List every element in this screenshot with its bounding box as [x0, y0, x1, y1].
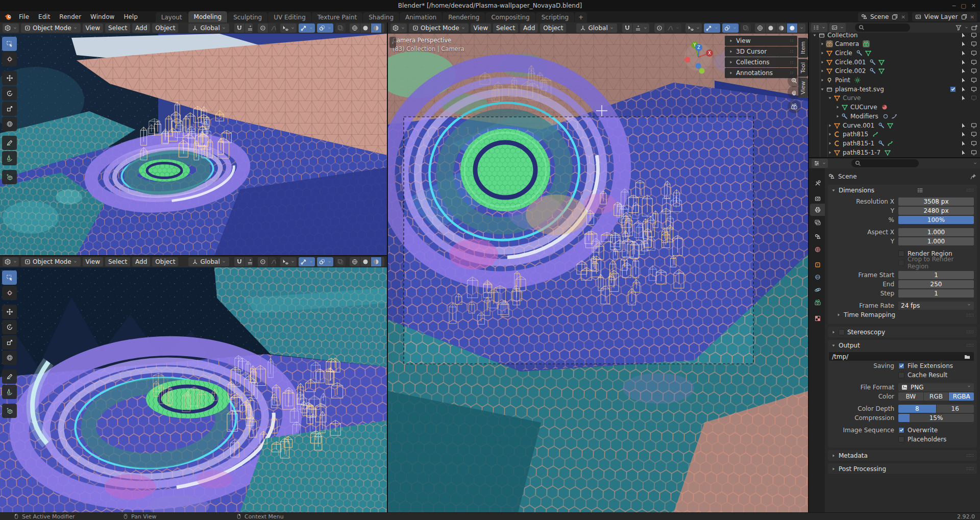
properties-tab-scene[interactable]	[810, 231, 825, 243]
outliner-row-circle[interactable]: Circle	[809, 48, 980, 57]
close-icon[interactable]: ✕	[901, 14, 905, 20]
npanel-section-3d-cursor[interactable]: 3D Cursor∷	[725, 46, 797, 57]
chevron-down-icon[interactable]	[973, 160, 977, 166]
collapse-icon[interactable]	[820, 86, 825, 92]
y-field[interactable]: 2480 px	[898, 207, 974, 215]
frame-rate-select[interactable]: 24 fps	[898, 302, 974, 310]
option-bw[interactable]: BW	[898, 392, 923, 401]
viewport-visibility-icon[interactable]	[970, 40, 977, 47]
viewport-3d-top-left[interactable]: Object ModeViewSelectAddObjectGlobal	[0, 22, 387, 255]
shading-solid-button[interactable]	[360, 23, 371, 33]
pan-hand-icon[interactable]	[788, 86, 801, 99]
properties-tab-texture[interactable]	[810, 312, 825, 325]
shading-wireframe-button[interactable]	[755, 23, 765, 33]
filter-funnel-icon[interactable]	[955, 24, 962, 31]
proportional-editing-toggle[interactable]	[258, 23, 268, 33]
tool-rotate[interactable]	[2, 86, 17, 101]
outliner-row-point[interactable]: Point	[809, 76, 980, 85]
outliner-row-path815[interactable]: path815	[809, 130, 980, 139]
pin-icon[interactable]	[970, 173, 977, 180]
menu-object[interactable]: Object	[540, 23, 566, 33]
outliner-row-circle-002[interactable]: Circle.002	[809, 67, 980, 76]
viewport-visibility-icon[interactable]	[970, 49, 977, 57]
xray-toggle[interactable]	[335, 257, 346, 266]
navigation-gizmo[interactable]: X Y Z	[679, 34, 722, 116]
menu-edit[interactable]: Edit	[34, 11, 55, 22]
tool-measure[interactable]	[2, 151, 17, 165]
tool-move[interactable]	[2, 305, 17, 319]
show-overlays-toggle[interactable]	[317, 23, 333, 33]
aspect-x-field[interactable]: 1.000	[898, 228, 974, 236]
camera-view-icon[interactable]	[788, 100, 801, 113]
panel-header[interactable]: Output∷∷	[828, 340, 977, 351]
collapse-icon[interactable]	[827, 95, 832, 101]
panel-header[interactable]: Dimensions∷∷	[828, 185, 977, 195]
xray-toggle[interactable]	[335, 23, 346, 33]
show-gizmo-toggle[interactable]	[299, 257, 315, 266]
outliner-search-input[interactable]	[855, 23, 910, 32]
cache-result-checkbox[interactable]	[898, 372, 904, 378]
--slider[interactable]: 100%	[898, 216, 974, 224]
tool-move[interactable]	[2, 71, 17, 85]
selectable-icon[interactable]	[960, 149, 967, 156]
selectable-icon[interactable]	[960, 131, 967, 138]
workspace-tab-scripting[interactable]: Scripting	[536, 12, 574, 22]
display-mode-dropdown[interactable]	[811, 23, 827, 32]
new-collection-icon[interactable]	[971, 24, 978, 31]
menu-add[interactable]: Add	[520, 23, 538, 33]
selectable-icon[interactable]	[960, 86, 967, 93]
outliner-row-collection[interactable]: Collection	[809, 33, 980, 39]
maximize-button[interactable]: ▢	[961, 3, 966, 9]
editor-type-3d-viewport-dropdown[interactable]	[3, 23, 19, 33]
workspace-tab-rendering[interactable]: Rendering	[443, 12, 485, 22]
workspace-tab-compositing[interactable]: Compositing	[485, 12, 535, 22]
menu-object[interactable]: Object	[152, 23, 178, 33]
resolution-x-field[interactable]: 3508 px	[898, 197, 974, 206]
viewport-visibility-icon[interactable]	[970, 77, 977, 84]
shading-solid-button[interactable]	[766, 23, 776, 33]
menu-select[interactable]: Select	[493, 23, 518, 33]
editor-type-properties-icon[interactable]	[812, 159, 828, 168]
outliner-row-path815-1[interactable]: path815-1	[809, 139, 980, 147]
snap-target-dropdown[interactable]	[245, 23, 253, 33]
proportional-editing-toggle[interactable]	[258, 257, 268, 266]
collapse-icon[interactable]	[812, 33, 817, 38]
menu-add[interactable]: Add	[132, 23, 150, 33]
tool-scale[interactable]	[2, 102, 17, 116]
properties-tab-world[interactable]	[810, 243, 825, 256]
properties-tab-object[interactable]	[810, 259, 825, 271]
panel-header[interactable]: Post Processing∷∷	[828, 463, 977, 474]
selectable-icon[interactable]	[960, 49, 967, 57]
proportional-falloff-dropdown[interactable]	[268, 23, 276, 33]
scene-selector[interactable]: Scene ✕	[858, 12, 908, 21]
show-overlays-toggle[interactable]	[317, 257, 333, 266]
viewport-visibility-icon[interactable]	[970, 149, 977, 156]
viewport-visibility-icon[interactable]	[970, 67, 977, 75]
shading-rendered-button[interactable]	[382, 257, 384, 266]
close-button[interactable]: ✕	[971, 3, 976, 9]
show-overlays-toggle[interactable]	[722, 23, 739, 33]
folder-icon[interactable]	[964, 353, 971, 360]
snap-target-dropdown[interactable]	[245, 257, 253, 266]
placeholders-checkbox[interactable]	[898, 436, 904, 442]
workspace-tab-animation[interactable]: Animation	[400, 12, 442, 22]
menu-help[interactable]: Help	[119, 11, 142, 22]
tool-cursor[interactable]	[2, 52, 17, 66]
option-16[interactable]: 16	[937, 405, 974, 413]
expand-icon[interactable]	[827, 140, 832, 146]
expand-icon[interactable]	[827, 131, 832, 137]
selectability-visibility-dropdown[interactable]	[685, 23, 702, 33]
editor-type-3d-viewport-dropdown[interactable]	[390, 23, 407, 33]
tool-select-box[interactable]	[2, 270, 17, 285]
shading-material-button[interactable]	[776, 23, 787, 33]
option-8[interactable]: 8	[898, 405, 936, 413]
tool-select-box[interactable]	[2, 37, 17, 51]
shading-dropdown[interactable]	[798, 23, 805, 33]
object-mode-dropdown[interactable]: Object Mode	[21, 23, 81, 33]
transform-orientation-dropdown[interactable]: Global	[188, 23, 229, 33]
option-rgba[interactable]: RGBA	[949, 392, 974, 401]
file-path-input[interactable]: /tmp/	[829, 352, 974, 361]
shading-material-button[interactable]	[371, 23, 381, 33]
expand-icon[interactable]	[820, 50, 825, 56]
npanel-section-view[interactable]: View∷	[725, 36, 797, 46]
